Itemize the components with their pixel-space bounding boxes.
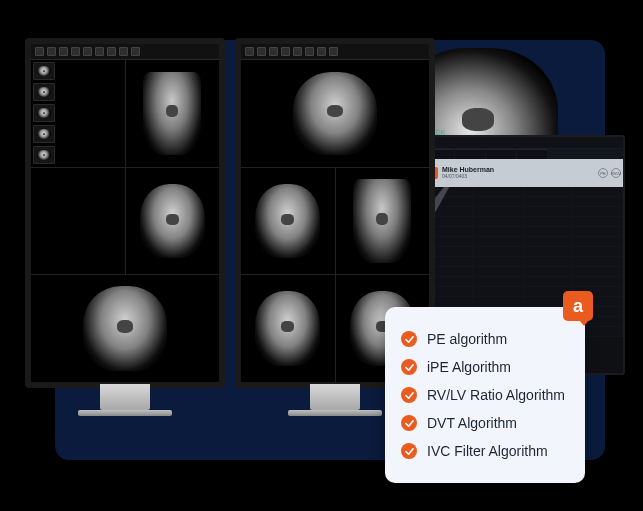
- table-row[interactable]: [424, 277, 623, 287]
- algorithm-item: RV/LV Ratio Algorithm: [401, 381, 569, 409]
- toolbar-button[interactable]: [245, 47, 254, 56]
- image-pane[interactable]: [126, 168, 220, 275]
- finding-rvlv-icon: RVLV: [611, 168, 621, 178]
- toolbar-button[interactable]: [107, 47, 116, 56]
- algorithm-card: a PE algorithm iPE Algorithm RV/LV Ratio…: [385, 307, 585, 483]
- toolbar-button[interactable]: [47, 47, 56, 56]
- image-pane[interactable]: [241, 60, 429, 167]
- toolbar-button[interactable]: [293, 47, 302, 56]
- table-row[interactable]: [424, 257, 623, 267]
- patient-id: 04/07/0403: [442, 174, 594, 180]
- toolbar-button[interactable]: [317, 47, 326, 56]
- algorithm-item: iPE Algorithm: [401, 353, 569, 381]
- toolbar-button[interactable]: [119, 47, 128, 56]
- toolbar-button[interactable]: [35, 47, 44, 56]
- viewer-toolbar: [31, 44, 219, 60]
- toolbar-button[interactable]: [329, 47, 338, 56]
- monitor-stand: [310, 384, 360, 410]
- thumbnail[interactable]: [33, 104, 55, 122]
- toolbar-button[interactable]: [83, 47, 92, 56]
- table-row[interactable]: [424, 207, 623, 217]
- image-pane[interactable]: [336, 168, 430, 275]
- algorithm-label: DVT Algorithm: [427, 415, 517, 431]
- table-row[interactable]: [424, 187, 623, 197]
- toolbar-button[interactable]: [305, 47, 314, 56]
- image-pane[interactable]: [31, 60, 125, 167]
- series-thumbnails: [33, 62, 57, 164]
- monitor-stand: [100, 384, 150, 410]
- toolbar-button[interactable]: [269, 47, 278, 56]
- check-icon: [401, 387, 417, 403]
- table-row[interactable]: [424, 227, 623, 237]
- toolbar-button[interactable]: [131, 47, 140, 56]
- algorithm-label: RV/LV Ratio Algorithm: [427, 387, 565, 403]
- thumbnail[interactable]: [33, 62, 55, 80]
- finding-icons: PE RVLV: [598, 168, 621, 178]
- image-pane[interactable]: [31, 168, 125, 275]
- toolbar-button[interactable]: [59, 47, 68, 56]
- image-pane[interactable]: [126, 60, 220, 167]
- table-row[interactable]: [424, 217, 623, 227]
- algorithm-item: DVT Algorithm: [401, 409, 569, 437]
- toolbar-button[interactable]: [257, 47, 266, 56]
- toolbar-button[interactable]: [95, 47, 104, 56]
- worklist-tabs[interactable]: [424, 149, 623, 159]
- table-row[interactable]: [424, 297, 623, 307]
- thumbnail[interactable]: [33, 146, 55, 164]
- check-icon: [401, 359, 417, 375]
- thumbnail[interactable]: [33, 83, 55, 101]
- table-row[interactable]: [424, 237, 623, 247]
- algorithm-label: IVC Filter Algorithm: [427, 443, 548, 459]
- thumbnail[interactable]: [33, 125, 55, 143]
- image-pane[interactable]: [31, 275, 219, 382]
- algorithm-item: PE algorithm: [401, 325, 569, 353]
- check-icon: [401, 443, 417, 459]
- worklist-patient-row[interactable]: a Mike Huberman 04/07/0403 PE RVLV: [424, 159, 623, 187]
- finding-pe-icon: PE: [598, 168, 608, 178]
- table-row[interactable]: [424, 247, 623, 257]
- worklist-header: [424, 137, 623, 149]
- image-pane[interactable]: [241, 168, 335, 275]
- image-pane[interactable]: [241, 275, 335, 382]
- viewer-toolbar: [241, 44, 429, 60]
- card-tag-icon: a: [563, 291, 593, 321]
- algorithm-label: iPE Algorithm: [427, 359, 511, 375]
- table-row[interactable]: [424, 287, 623, 297]
- check-icon: [401, 415, 417, 431]
- monitor-left: [25, 38, 225, 388]
- table-row[interactable]: [424, 197, 623, 207]
- algorithm-label: PE algorithm: [427, 331, 507, 347]
- toolbar-button[interactable]: [281, 47, 290, 56]
- check-icon: [401, 331, 417, 347]
- algorithm-item: IVC Filter Algorithm: [401, 437, 569, 465]
- table-row[interactable]: [424, 267, 623, 277]
- toolbar-button[interactable]: [71, 47, 80, 56]
